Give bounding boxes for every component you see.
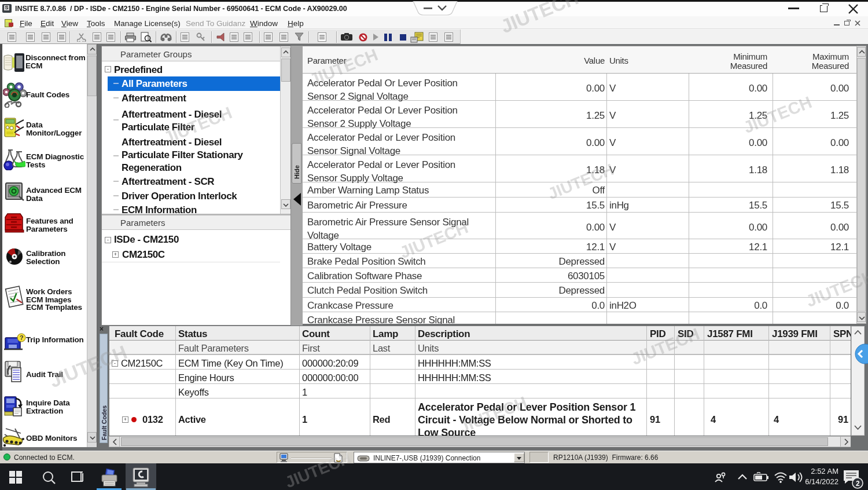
svg-text:Hide: Hide bbox=[293, 165, 300, 179]
svg-text:2: 2 bbox=[856, 480, 860, 488]
svg-text:?: ? bbox=[20, 334, 24, 341]
